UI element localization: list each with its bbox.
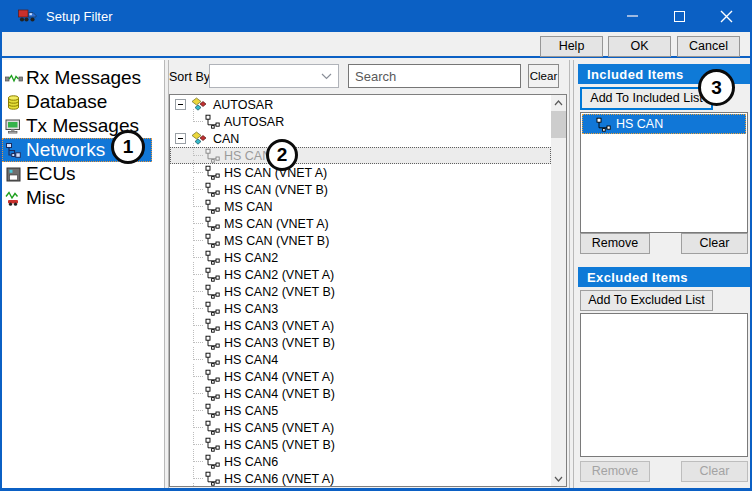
tree-item-label: HS CAN2 (VNET A) xyxy=(224,268,334,282)
network-node-icon xyxy=(205,352,220,367)
chevron-down-icon xyxy=(321,73,332,80)
close-button[interactable] xyxy=(703,0,750,32)
tree-item-label: MS CAN (VNET B) xyxy=(224,234,329,248)
network-node-icon xyxy=(205,250,220,265)
tree-item-label: HS CAN3 (VNET A) xyxy=(224,319,334,333)
sidebar-item-ecus[interactable]: ECUs xyxy=(2,162,164,186)
list-item[interactable]: HS CAN xyxy=(582,114,746,134)
sidebar-item-label: Networks xyxy=(26,139,105,161)
tree-scrollbar[interactable] xyxy=(551,95,566,486)
tree-item-label: HS CAN4 xyxy=(224,353,278,367)
add-to-included-button[interactable]: Add To Included List xyxy=(580,87,713,110)
annotation-circle-1: 1 xyxy=(111,130,145,164)
tree-item-label: HS CAN3 xyxy=(224,302,278,316)
network-node-icon xyxy=(205,369,220,384)
tree-item[interactable]: HS CAN5 xyxy=(170,402,551,419)
included-remove-button[interactable]: Remove xyxy=(580,233,650,254)
sidebar-item-misc[interactable]: Misc xyxy=(2,186,164,210)
sidebar-item-label: ECUs xyxy=(26,163,76,185)
tree-item[interactable]: HS CAN6 xyxy=(170,453,551,470)
maximize-icon xyxy=(674,11,685,22)
tree-item[interactable]: HS CAN2 (VNET B) xyxy=(170,283,551,300)
tree-item[interactable]: AUTOSAR xyxy=(170,113,551,130)
help-button[interactable]: Help xyxy=(540,36,603,57)
tree-item[interactable]: HS CAN5 (VNET B) xyxy=(170,436,551,453)
tree-item-label: HS CAN2 (VNET B) xyxy=(224,285,335,299)
network-node-icon xyxy=(205,233,220,248)
category-sidebar: Rx MessagesDatabaseTx MessagesNetworksEC… xyxy=(2,60,164,488)
network-tree: AUTOSARAUTOSARCANHS CANHS CAN (VNET A)HS… xyxy=(170,96,551,486)
tree-item[interactable]: HS CAN (VNET B) xyxy=(170,181,551,198)
sidebar-item-rx-messages[interactable]: Rx Messages xyxy=(2,66,164,90)
setup-filter-dialog: Setup Filter Help OK Cancel Rx MessagesD… xyxy=(0,0,752,491)
scroll-down-icon[interactable] xyxy=(551,471,566,486)
tree-item[interactable]: MS CAN (VNET A) xyxy=(170,215,551,232)
network-node-icon xyxy=(205,216,220,231)
tree-item[interactable]: HS CAN xyxy=(170,147,551,164)
rx-signal-icon xyxy=(5,70,24,87)
cancel-button[interactable]: Cancel xyxy=(677,36,740,57)
tree-item-label: HS CAN4 (VNET B) xyxy=(224,387,335,401)
network-node-icon xyxy=(205,114,220,129)
collapse-minus-icon[interactable] xyxy=(175,133,186,144)
tree-item-label: AUTOSAR xyxy=(224,115,284,129)
scrollbar-thumb[interactable] xyxy=(551,111,566,138)
window-border-left xyxy=(0,0,2,491)
tree-item[interactable]: HS CAN6 (VNET A) xyxy=(170,470,551,486)
tree-group-autosar[interactable]: AUTOSAR xyxy=(170,96,551,113)
collapse-minus-icon[interactable] xyxy=(175,99,186,110)
scroll-up-icon[interactable] xyxy=(551,95,566,110)
network-node-icon xyxy=(205,148,220,163)
app-truck-icon xyxy=(18,9,37,23)
ecu-chip-icon xyxy=(5,166,24,183)
tree-item[interactable]: HS CAN (VNET A) xyxy=(170,164,551,181)
network-node-icon xyxy=(205,182,220,197)
tree-group-label: AUTOSAR xyxy=(213,98,273,112)
list-item-label: HS CAN xyxy=(616,117,663,131)
tree-item[interactable]: HS CAN3 (VNET A) xyxy=(170,317,551,334)
tree-item[interactable]: MS CAN xyxy=(170,198,551,215)
tree-item[interactable]: MS CAN (VNET B) xyxy=(170,232,551,249)
tree-item-label: HS CAN6 xyxy=(224,455,278,469)
tree-item[interactable]: HS CAN3 (VNET B) xyxy=(170,334,551,351)
tree-item-label: MS CAN xyxy=(224,200,273,214)
tree-item[interactable]: HS CAN4 (VNET A) xyxy=(170,368,551,385)
tree-item[interactable]: HS CAN2 (VNET A) xyxy=(170,266,551,283)
maximize-button[interactable] xyxy=(656,0,703,32)
tree-group-can[interactable]: CAN xyxy=(170,130,551,147)
sidebar-item-database[interactable]: Database xyxy=(2,90,164,114)
included-clear-button[interactable]: Clear xyxy=(681,233,748,254)
tree-item-label: HS CAN3 (VNET B) xyxy=(224,336,335,350)
network-node-icon xyxy=(205,386,220,401)
network-node-icon xyxy=(205,165,220,180)
add-to-excluded-button[interactable]: Add To Excluded List xyxy=(580,290,713,311)
network-tree-panel: AUTOSARAUTOSARCANHS CANHS CAN (VNET A)HS… xyxy=(169,94,567,487)
tree-item[interactable]: HS CAN2 xyxy=(170,249,551,266)
tree-group-label: CAN xyxy=(213,132,239,146)
tree-item-label: HS CAN xyxy=(224,149,271,163)
network-node-icon xyxy=(205,284,220,299)
excluded-items-header: Excluded Items xyxy=(578,267,750,287)
tree-item[interactable]: HS CAN3 xyxy=(170,300,551,317)
search-clear-button[interactable]: Clear xyxy=(528,64,559,88)
network-node-icon xyxy=(205,335,220,350)
tree-item[interactable]: HS CAN5 (VNET A) xyxy=(170,419,551,436)
minimize-button[interactable] xyxy=(609,0,656,32)
excluded-items-list xyxy=(580,313,748,457)
tree-item-label: MS CAN (VNET A) xyxy=(224,217,329,231)
misc-signal-icon xyxy=(5,190,24,207)
sidebar-item-label: Rx Messages xyxy=(26,67,141,89)
sort-by-dropdown[interactable] xyxy=(209,64,339,88)
network-node-icon xyxy=(205,437,220,452)
annotation-circle-2: 2 xyxy=(266,139,298,171)
network-node-icon xyxy=(205,199,220,214)
annotation-circle-3: 3 xyxy=(698,69,735,106)
included-items-list: HS CAN xyxy=(580,112,748,233)
search-input[interactable] xyxy=(348,64,521,88)
ok-button[interactable]: OK xyxy=(608,36,671,57)
network-node-icon xyxy=(205,454,220,469)
network-node-icon xyxy=(205,318,220,333)
close-icon xyxy=(720,10,733,23)
tree-item[interactable]: HS CAN4 xyxy=(170,351,551,368)
tree-item[interactable]: HS CAN4 (VNET B) xyxy=(170,385,551,402)
